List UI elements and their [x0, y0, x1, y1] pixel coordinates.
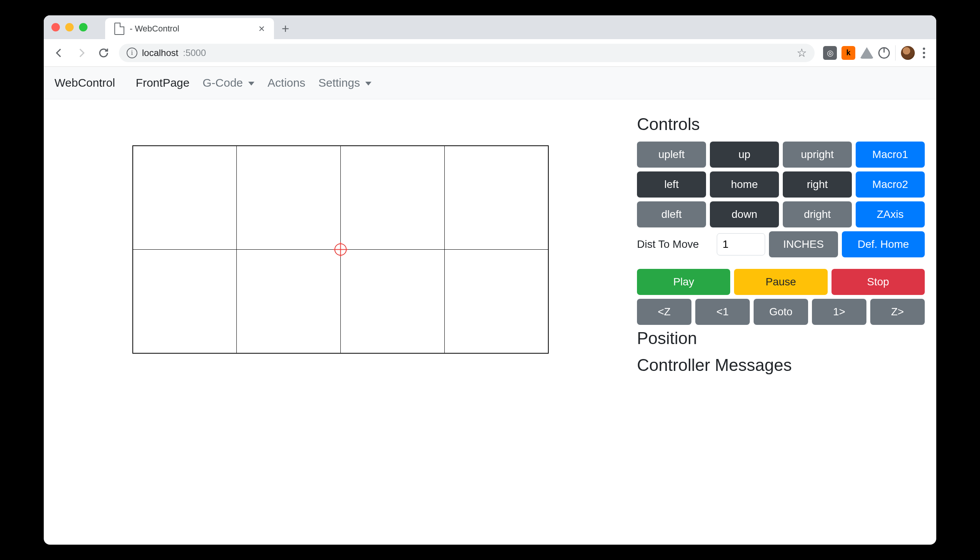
toolbar-divider: [895, 45, 896, 61]
browser-window: - WebControl × + i localhost:5000 ☆ ◎ k: [44, 15, 936, 545]
jog-upright-button[interactable]: upright: [783, 142, 852, 168]
extension-icon[interactable]: k: [841, 46, 855, 60]
url-host: localhost: [142, 48, 179, 58]
profile-avatar[interactable]: [901, 46, 915, 60]
play-button[interactable]: Play: [637, 269, 730, 295]
nav-settings[interactable]: Settings: [319, 76, 372, 89]
tab-title: - WebControl: [130, 24, 253, 34]
goto-button[interactable]: Goto: [754, 299, 808, 325]
jog-down-button[interactable]: down: [710, 202, 779, 227]
jog-dright-button[interactable]: dright: [783, 202, 852, 227]
pause-button[interactable]: Pause: [734, 269, 827, 295]
close-window-button[interactable]: [52, 23, 60, 32]
workspace-panel: [44, 115, 637, 545]
jog-right-button[interactable]: right: [783, 172, 852, 198]
nav-actions[interactable]: Actions: [267, 76, 305, 89]
nav-frontpage[interactable]: FrontPage: [136, 76, 190, 89]
goto-1-next-button[interactable]: 1>: [812, 299, 866, 325]
stop-button[interactable]: Stop: [831, 269, 925, 295]
goto-row: <Z <1 Goto 1> Z>: [637, 299, 925, 325]
goto-z-next-button[interactable]: Z>: [870, 299, 925, 325]
titlebar: - WebControl × +: [44, 15, 936, 39]
macro2-button[interactable]: Macro2: [856, 172, 925, 198]
transport-row: Play Pause Stop: [637, 269, 925, 295]
extension-icon[interactable]: ◎: [823, 46, 837, 60]
chevron-down-icon: [248, 82, 254, 85]
browser-toolbar: i localhost:5000 ☆ ◎ k: [44, 39, 936, 67]
goto-z-prev-button[interactable]: <Z: [637, 299, 691, 325]
jog-up-button[interactable]: up: [710, 142, 779, 168]
dist-input[interactable]: [717, 233, 765, 255]
macro1-button[interactable]: Macro1: [856, 142, 925, 168]
minimize-window-button[interactable]: [65, 23, 73, 32]
chrome-menu-icon[interactable]: [917, 48, 931, 58]
messages-heading: Controller Messages: [637, 355, 925, 375]
url-port: :5000: [183, 48, 206, 58]
controls-panel: Controls upleft up upright Macro1 left h…: [637, 115, 936, 545]
file-icon: [114, 23, 124, 35]
browser-tab[interactable]: - WebControl ×: [105, 18, 274, 39]
app-brand[interactable]: WebControl: [55, 76, 115, 89]
chevron-down-icon: [365, 82, 371, 85]
nav-gcode[interactable]: G-Code: [203, 76, 254, 89]
jog-row-3: dleft down dright ZAxis: [637, 202, 925, 227]
app-content: Controls upleft up upright Macro1 left h…: [44, 99, 936, 545]
goto-1-prev-button[interactable]: <1: [695, 299, 750, 325]
jog-row-1: upleft up upright Macro1: [637, 142, 925, 168]
close-tab-icon[interactable]: ×: [259, 23, 265, 35]
forward-button[interactable]: [71, 43, 91, 63]
extension-icons: ◎ k: [823, 46, 890, 60]
app-navbar: WebControl FrontPage G-Code Actions Sett…: [44, 67, 936, 99]
address-bar[interactable]: i localhost:5000 ☆: [119, 44, 815, 62]
nav-settings-label: Settings: [319, 76, 360, 89]
units-button[interactable]: INCHES: [769, 231, 838, 257]
reload-button[interactable]: [93, 43, 114, 63]
zoom-window-button[interactable]: [79, 23, 87, 32]
workspace-plot[interactable]: [132, 145, 549, 353]
site-info-icon[interactable]: i: [127, 48, 137, 58]
controls-heading: Controls: [637, 115, 925, 134]
dist-label: Dist To Move: [637, 237, 713, 251]
zaxis-button[interactable]: ZAxis: [856, 202, 925, 227]
extension-icon[interactable]: [878, 47, 890, 59]
jog-home-button[interactable]: home: [710, 172, 779, 198]
position-heading: Position: [637, 329, 925, 348]
back-button[interactable]: [49, 43, 69, 63]
jog-left-button[interactable]: left: [637, 172, 706, 198]
jog-row-2: left home right Macro2: [637, 172, 925, 198]
dist-row: Dist To Move INCHES Def. Home: [637, 231, 925, 257]
bookmark-star-icon[interactable]: ☆: [796, 46, 807, 60]
nav-gcode-label: G-Code: [203, 76, 243, 89]
jog-upleft-button[interactable]: upleft: [637, 142, 706, 168]
extension-icon[interactable]: [860, 47, 874, 59]
def-home-button[interactable]: Def. Home: [842, 231, 925, 257]
jog-dleft-button[interactable]: dleft: [637, 202, 706, 227]
window-controls: [52, 23, 87, 32]
new-tab-button[interactable]: +: [274, 18, 297, 39]
